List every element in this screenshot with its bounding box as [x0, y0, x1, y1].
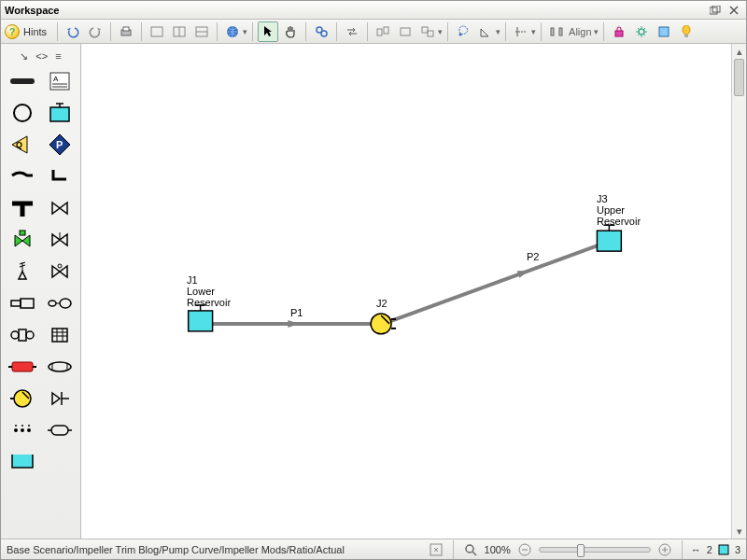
scroll-thumb[interactable] — [734, 59, 744, 96]
svg-point-70 — [21, 425, 23, 427]
palette-tab-1[interactable]: ↘ — [20, 50, 28, 63]
svg-rect-44 — [21, 299, 34, 308]
palette-valve-2[interactable] — [44, 227, 76, 253]
palette-orifice[interactable] — [7, 322, 38, 348]
palette-assigned-pressure[interactable]: P — [44, 132, 76, 158]
palette-tab-3[interactable]: ≡ — [55, 50, 61, 62]
distribute-tool[interactable] — [546, 21, 567, 42]
palette-tee[interactable] — [7, 195, 38, 221]
palette-tank[interactable] — [7, 449, 38, 475]
svg-rect-29 — [10, 78, 35, 84]
pipe-count-icon: ↔ — [691, 544, 701, 555]
group-tool-3[interactable] — [417, 21, 438, 42]
zoom-extents-button[interactable] — [428, 542, 444, 557]
window-tool-1[interactable] — [147, 21, 167, 42]
group-tool-1[interactable] — [373, 21, 393, 42]
undo-button[interactable] — [63, 21, 83, 42]
dropdown-icon[interactable]: ▾ — [496, 27, 500, 36]
palette-bend[interactable] — [7, 163, 38, 189]
lock-button[interactable] — [609, 21, 629, 42]
svg-rect-28 — [684, 35, 688, 37]
palette-area-change-2[interactable] — [44, 290, 76, 316]
scroll-down-button[interactable]: ▾ — [732, 524, 746, 539]
palette-assigned-flow[interactable]: Q — [7, 132, 38, 158]
palette-branch[interactable] — [7, 100, 38, 126]
palette-pump[interactable] — [7, 385, 38, 412]
separator — [505, 22, 506, 41]
tool-palette: ↘ <> ≡ A Q P — [1, 44, 81, 539]
svg-point-68 — [27, 428, 31, 432]
palette-relief-valve[interactable] — [7, 259, 38, 285]
svg-point-46 — [60, 299, 71, 308]
swap-button[interactable] — [342, 21, 362, 42]
palette-valve-3[interactable] — [44, 259, 76, 285]
redo-button[interactable] — [85, 21, 106, 42]
separator — [541, 22, 542, 41]
palette-valve-1[interactable] — [44, 195, 76, 221]
palette-area-change-1[interactable] — [7, 290, 38, 316]
palette-reservoir[interactable] — [44, 100, 76, 126]
tip-button[interactable] — [676, 21, 697, 42]
palette-volume[interactable] — [44, 417, 76, 443]
zoom-slider[interactable] — [539, 547, 651, 553]
globe-button[interactable] — [222, 21, 243, 42]
scroll-up-button[interactable]: ▴ — [732, 44, 746, 59]
dropdown-icon[interactable]: ▾ — [531, 27, 536, 36]
status-bar: Base Scenario/Impeller Trim Blog/Pump Cu… — [1, 539, 746, 559]
svg-rect-23 — [559, 28, 562, 35]
svg-point-42 — [58, 264, 62, 268]
find-button[interactable] — [311, 21, 331, 42]
junction-j3-reservoir[interactable] — [597, 225, 621, 251]
svg-point-66 — [14, 428, 18, 432]
svg-rect-0 — [710, 7, 717, 14]
svg-line-86 — [472, 552, 476, 555]
junction-j2-pump[interactable] — [371, 314, 396, 334]
title-bar: Workspace — [1, 1, 746, 20]
dimension-tool[interactable] — [511, 21, 531, 42]
magnifier-icon[interactable] — [462, 542, 479, 557]
palette-general-component[interactable] — [44, 354, 76, 380]
palette-heat-exchanger[interactable] — [7, 354, 38, 380]
palette-check-valve[interactable] — [44, 385, 76, 412]
svg-point-19 — [459, 33, 462, 35]
palette-control-valve[interactable] — [7, 227, 38, 253]
align-button[interactable]: Align — [569, 26, 591, 37]
vertical-scrollbar[interactable]: ▴ ▾ — [731, 44, 746, 539]
pointer-tool[interactable] — [258, 21, 278, 42]
group-tool-2[interactable] — [395, 21, 416, 42]
palette-tab-2[interactable]: <> — [35, 50, 48, 62]
svg-point-85 — [466, 545, 473, 553]
palette-annotation[interactable]: A — [44, 68, 76, 94]
print-button[interactable] — [116, 21, 136, 42]
layers-button[interactable] — [654, 21, 674, 42]
svg-rect-1 — [712, 6, 720, 12]
restore-button[interactable] — [707, 4, 724, 17]
dropdown-icon[interactable]: ▾ — [438, 27, 443, 36]
dropdown-icon[interactable]: ▾ — [594, 27, 599, 36]
svg-rect-35 — [50, 107, 69, 121]
window-tool-2[interactable] — [169, 21, 190, 42]
zoom-in-button[interactable] — [656, 542, 673, 557]
pan-tool[interactable] — [280, 21, 301, 42]
hints-button[interactable]: Hints — [23, 26, 47, 37]
j2-id-label: J2 — [376, 298, 388, 309]
palette-spray[interactable] — [7, 417, 38, 443]
dropdown-icon[interactable]: ▾ — [243, 27, 247, 36]
svg-rect-17 — [422, 27, 428, 33]
close-button[interactable] — [726, 4, 742, 17]
palette-screen[interactable] — [44, 322, 76, 348]
palette-pipe[interactable] — [7, 68, 38, 94]
angle-tool[interactable] — [475, 21, 496, 42]
palette-elbow[interactable] — [44, 163, 76, 189]
zoom-slider-thumb[interactable] — [577, 544, 585, 557]
workspace-canvas[interactable]: J1 Lower Reservoir P1 J2 P2 J3 Upper Res… — [81, 44, 746, 539]
lasso-tool[interactable] — [453, 21, 473, 42]
pipe-p2[interactable] — [388, 244, 602, 322]
window-tool-3[interactable] — [191, 21, 212, 42]
junction-j1-reservoir[interactable] — [189, 305, 213, 331]
zoom-out-button[interactable] — [516, 542, 533, 557]
settings-button[interactable] — [631, 21, 652, 42]
svg-text:A: A — [53, 75, 59, 83]
hints-icon[interactable]: ? — [5, 24, 20, 39]
svg-point-45 — [49, 301, 56, 306]
